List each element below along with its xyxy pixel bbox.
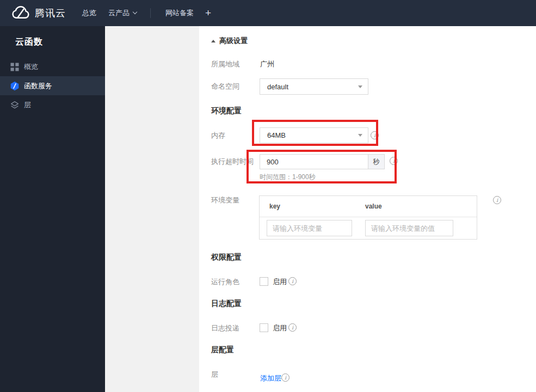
memory-label: 内存 xyxy=(211,131,225,139)
region-value: 广州 xyxy=(260,60,274,68)
log-delivery-checkbox[interactable] xyxy=(260,323,268,332)
timeout-input[interactable] xyxy=(260,154,368,169)
nav-item-overview[interactable]: 总览 xyxy=(82,8,96,18)
perm-config-title: 权限配置 xyxy=(211,253,242,261)
nav-divider xyxy=(150,8,151,18)
add-layer-link[interactable]: 添加层 xyxy=(260,374,281,382)
dropdown-caret-icon xyxy=(358,134,362,137)
sidebar-item-label: 层 xyxy=(24,100,31,110)
tencent-cloud-console: 腾讯云 总览 云产品 网站备案 + 云函数 概览 xyxy=(0,0,536,392)
add-layer-info-icon[interactable] xyxy=(281,373,289,382)
memory-selected-value: 64MB xyxy=(267,131,286,139)
log-delivery-label: 日志投递 xyxy=(211,324,239,332)
run-role-checkbox[interactable] xyxy=(260,277,268,286)
sidebar-item-layers[interactable]: 层 xyxy=(0,95,105,114)
log-config-title: 日志配置 xyxy=(211,299,242,308)
sidebar-title: 云函数 xyxy=(0,26,105,48)
memory-info-icon[interactable] xyxy=(371,131,379,139)
top-navbar: 腾讯云 总览 云产品 网站备案 + xyxy=(0,0,536,26)
timeout-info-icon[interactable] xyxy=(390,157,398,165)
env-vars-info-icon[interactable] xyxy=(493,196,501,204)
env-config-title: 环境配置 xyxy=(211,106,242,115)
secondary-panel xyxy=(105,26,199,392)
log-delivery-enable-label: 启用 xyxy=(273,324,287,332)
region-label: 所属地域 xyxy=(211,60,239,68)
sidebar-item-label: 函数服务 xyxy=(24,81,52,91)
sidebar-menu: 概览 函数服务 层 xyxy=(0,57,105,114)
collapse-arrow-icon xyxy=(211,40,215,42)
function-config-form: 高级设置 所属地域 广州 命名空间 default 环境配置 内存 64MB 执… xyxy=(199,26,536,392)
tencent-cloud-logo-icon xyxy=(11,6,30,20)
env-vars-table: key value xyxy=(259,195,477,240)
dropdown-caret-icon xyxy=(358,85,362,88)
sidebar-item-overview[interactable]: 概览 xyxy=(0,57,105,76)
grid-icon xyxy=(10,62,20,72)
nav-item-products[interactable]: 云产品 xyxy=(108,8,137,18)
add-tab-button[interactable]: + xyxy=(205,7,211,19)
chevron-down-icon xyxy=(133,10,137,14)
timeout-unit-addon: 秒 xyxy=(368,154,385,169)
layers-icon xyxy=(10,100,20,110)
timeout-hint: 时间范围：1-900秒 xyxy=(260,173,316,181)
sidebar: 云函数 概览 xyxy=(0,26,105,392)
layer-config-title: 层配置 xyxy=(211,345,234,354)
run-role-info-icon[interactable] xyxy=(288,277,297,285)
advanced-settings-toggle[interactable]: 高级设置 xyxy=(211,36,248,46)
env-vars-input-row xyxy=(260,217,477,240)
layer-label: 层 xyxy=(211,370,218,378)
run-role-enable-label: 启用 xyxy=(273,278,287,286)
env-key-header: key xyxy=(260,203,365,210)
env-value-input[interactable] xyxy=(365,220,453,236)
sidebar-item-functions[interactable]: 函数服务 xyxy=(0,76,105,95)
brand[interactable]: 腾讯云 xyxy=(11,6,66,20)
env-vars-label: 环境变量 xyxy=(211,196,239,204)
log-delivery-info-icon[interactable] xyxy=(288,323,297,332)
env-key-input[interactable] xyxy=(267,220,352,236)
sidebar-item-label: 概览 xyxy=(24,62,38,72)
advanced-settings-label: 高级设置 xyxy=(219,36,248,46)
timeout-label: 执行超时时间 xyxy=(211,157,254,166)
env-vars-header-row: key value xyxy=(260,196,477,217)
env-value-header: value xyxy=(365,203,382,210)
namespace-select[interactable]: default xyxy=(260,78,368,95)
namespace-selected-value: default xyxy=(267,83,288,91)
namespace-label: 命名空间 xyxy=(211,82,239,90)
memory-select[interactable]: 64MB xyxy=(260,127,368,143)
nav-item-icp[interactable]: 网站备案 xyxy=(165,8,194,18)
run-role-label: 运行角色 xyxy=(211,278,239,286)
brand-name: 腾讯云 xyxy=(35,7,66,20)
scf-hexagon-icon xyxy=(10,81,20,91)
